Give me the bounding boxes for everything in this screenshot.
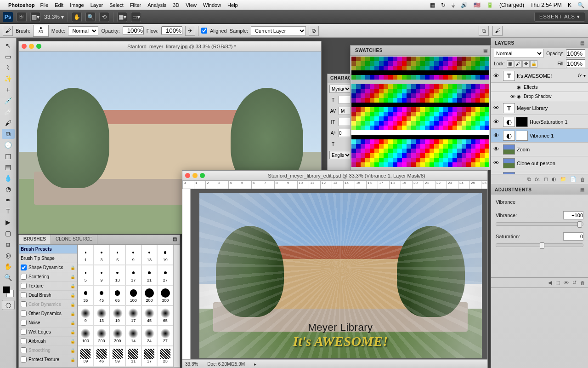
brush-option-row[interactable]: Scattering🔒 — [19, 272, 77, 282]
menu-3d[interactable]: 3D — [173, 2, 179, 8]
status-zoom[interactable]: 33.3% — [185, 362, 198, 367]
tab-swatches[interactable]: SWATCHES — [351, 46, 387, 55]
workspace-switcher[interactable]: ESSENTIALS ▾ — [534, 12, 585, 22]
bridge-launch-icon[interactable]: Br — [17, 12, 27, 22]
hand-tool-icon[interactable]: ✋ — [72, 12, 82, 22]
link-layers-icon[interactable]: ⧉ — [527, 176, 531, 182]
brush-preset[interactable]: 35 — [78, 285, 94, 305]
fill-input[interactable] — [566, 59, 585, 68]
vibrance-input[interactable] — [563, 211, 583, 219]
spotlight-icon[interactable]: 🔍 — [577, 2, 584, 8]
marquee-tool-icon[interactable]: ▭ — [2, 52, 15, 62]
close-icon[interactable] — [185, 173, 190, 178]
brush-preset[interactable]: 21 — [141, 265, 158, 285]
brush-preset[interactable]: 9 — [94, 265, 110, 285]
status-arrow-icon[interactable]: ▸ — [254, 362, 256, 367]
3d-tool-icon[interactable]: ⧈ — [2, 239, 15, 249]
layer-row[interactable]: 👁TIt's AWESOME!fx ▾ — [491, 69, 588, 83]
horizontal-ruler[interactable]: 0123456789101112131415161718192021222324… — [182, 181, 487, 189]
brush-preset[interactable]: 44 — [94, 366, 110, 367]
menu-image[interactable]: Image — [70, 2, 84, 8]
brush-preset[interactable]: 3 — [94, 245, 110, 265]
menu-layer[interactable]: Layer — [90, 2, 103, 8]
tab-brushes[interactable]: BRUSHES — [19, 235, 51, 244]
quickmask-icon[interactable]: ◯ — [2, 300, 15, 310]
brush-preset[interactable]: 59 — [109, 346, 125, 366]
brush-option-row[interactable]: Smoothing🔒 — [19, 346, 77, 355]
view-docs-icon[interactable]: ▥▾ — [30, 12, 40, 22]
menu-filter[interactable]: Filter — [130, 2, 141, 8]
clone-stamp-tool-icon[interactable]: ⧉ — [2, 129, 15, 139]
menu-view[interactable]: View — [186, 2, 197, 8]
brush-option-row[interactable]: Noise🔒 — [19, 318, 77, 328]
menu-analysis[interactable]: Analysis — [147, 2, 166, 8]
app-zoom[interactable]: 33.3% ▾ — [44, 14, 64, 20]
layer-mask-icon[interactable]: ◻ — [544, 176, 548, 182]
brush-tool-icon[interactable]: 🖌 — [2, 118, 15, 128]
vertical-ruler[interactable] — [182, 189, 191, 359]
menu-extra-icon[interactable]: ▦ — [430, 2, 435, 8]
brush-option-row[interactable]: Dual Brush🔒 — [19, 291, 77, 300]
doc2-canvas[interactable]: Meyer Library It's AWESOME! — [191, 189, 487, 359]
brush-option-row[interactable]: Shape Dynamics🔒 — [19, 263, 77, 272]
brush-preset[interactable]: 19 — [109, 305, 125, 326]
brush-preset[interactable]: 60 — [109, 366, 125, 367]
brush-option-row[interactable]: Protect Texture🔒 — [19, 355, 77, 364]
brush-option-row[interactable]: Color Dynamics🔒 — [19, 300, 77, 309]
minimize-icon[interactable] — [192, 173, 198, 178]
layer-row[interactable]: 👁TMeyer Library — [491, 101, 588, 115]
lock-position-icon[interactable]: ✥ — [522, 60, 530, 68]
layers-menu-icon[interactable]: ▤ — [580, 40, 585, 46]
opacity-input[interactable] — [123, 26, 144, 35]
brush-preset[interactable]: 200 — [94, 326, 110, 346]
adjustment-layer-icon[interactable]: ◐ — [552, 176, 556, 182]
brush-preset[interactable]: 1 — [78, 245, 94, 265]
brush-preset[interactable]: 13 — [94, 305, 110, 326]
brush-preset[interactable]: 36 — [78, 366, 94, 367]
move-tool-icon[interactable]: ↖ — [2, 40, 15, 51]
tool-preset-icon[interactable]: 🖌 — [3, 26, 13, 36]
clock[interactable]: Thu 2:54 PM — [530, 2, 562, 8]
adj-view-icon[interactable]: 👁 — [564, 280, 569, 286]
brush-preset[interactable]: 23 — [157, 346, 173, 366]
wifi-icon[interactable]: ⏚ — [452, 2, 455, 8]
flag-icon[interactable]: 🇺🇸 — [474, 2, 481, 8]
battery-icon[interactable]: 🔋 — [486, 2, 493, 8]
pen-tool-icon[interactable]: ✒ — [2, 195, 15, 205]
brush-preset[interactable]: 9 — [125, 245, 141, 265]
ignore-adjustment-icon[interactable]: ⊘ — [309, 26, 319, 36]
close-icon[interactable] — [22, 44, 27, 49]
shape-tool-icon[interactable]: ▢ — [2, 228, 15, 238]
brushes-menu-icon[interactable]: ▤ — [170, 235, 180, 244]
rotate-view-icon[interactable]: ⟲ — [99, 12, 109, 22]
font-family-select[interactable]: Myriad P — [329, 85, 351, 93]
brush-preset[interactable]: 13 — [141, 245, 158, 265]
lock-transparent-icon[interactable]: ▦ — [507, 60, 514, 68]
brush-preset[interactable]: 17 — [125, 265, 141, 285]
brush-preset[interactable]: 13 — [109, 265, 125, 285]
lasso-tool-icon[interactable]: ⌇ — [2, 63, 15, 73]
brush-preset[interactable]: 100 — [125, 285, 141, 305]
layer-row[interactable]: 👁Clone out person — [491, 156, 588, 170]
ps-logo-icon[interactable]: Ps — [3, 12, 13, 22]
brush-preset[interactable]: 26 — [141, 366, 158, 367]
menu-edit[interactable]: Edit — [55, 2, 63, 8]
brush-preset[interactable]: 100 — [78, 326, 94, 346]
brush-preset[interactable]: 11 — [125, 346, 141, 366]
layer-opacity-input[interactable] — [566, 49, 585, 58]
arrange-icon[interactable]: ▦▾ — [117, 12, 127, 22]
brush-preset[interactable]: 14 — [125, 326, 141, 346]
brush-preset[interactable]: 24 — [141, 326, 158, 346]
crop-tool-icon[interactable]: ⌗ — [2, 85, 15, 95]
layer-row[interactable]: 👁◉ Drop Shadow — [491, 92, 588, 101]
layer-row[interactable]: 👁Zoom — [491, 143, 588, 156]
brush-option-row[interactable]: Wet Edges🔒 — [19, 328, 77, 337]
brush-option-row[interactable]: Airbrush🔒 — [19, 337, 77, 346]
group-icon[interactable]: 📁 — [560, 176, 566, 182]
menu-select[interactable]: Select — [109, 2, 124, 8]
menu-help[interactable]: Help — [227, 2, 238, 8]
brush-preset[interactable]: 46 — [94, 346, 110, 366]
adj-reset-icon[interactable]: ↺ — [572, 280, 577, 286]
user-menu[interactable]: K — [568, 2, 571, 8]
wand-tool-icon[interactable]: ✨ — [2, 74, 15, 84]
